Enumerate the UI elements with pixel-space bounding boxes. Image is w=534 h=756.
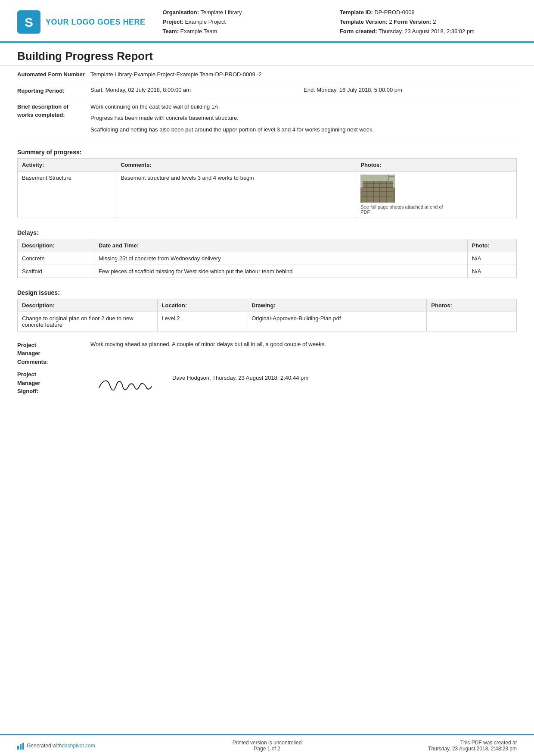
form-created-line: Form created: Thursday, 23 August 2018, … [340,27,517,36]
delays-title: Delays: [0,223,534,239]
design-location-1: Level 2 [157,312,247,331]
design-drawing-1: Original-Approved-Building-Plan.pdf [247,312,427,331]
brief-description-row: Brief description of works completed: Wo… [17,103,517,139]
delays-table-wrapper: Description: Date and Time: Photo: Concr… [0,239,534,283]
pm-section: ProjectManagerComments: Work moving ahea… [0,337,534,404]
footer-center: Printed version is uncontrolled Page 1 o… [184,740,351,752]
brief-desc-line-3: Scaffolding and netting has also been pu… [90,125,517,134]
logo-area: S YOUR LOGO GOES HERE [17,8,146,36]
org-line: Organisation: Template Library [163,8,340,17]
delay-photo-1: N/A [467,252,516,265]
dashpivot-icon [17,742,24,750]
form-number-label: Automated Form Number [17,70,90,79]
delay-datetime-2: Few pieces of scaffold missing for West … [94,265,468,278]
reporting-end: End: Monday, 16 July 2018, 5:00:00 pm [304,87,517,95]
brief-description-label: Brief description of works completed: [17,103,90,134]
reporting-period-values: Start: Monday, 02 July 2018, 8:00:00 am … [90,87,517,95]
delay-datetime-1: Missing 25t of concrete from Wednesday d… [94,252,468,265]
photo-cell: See full page photos attached at end of … [360,175,512,215]
table-row: Change to original plan on floor 2 due t… [18,312,517,331]
pm-signoff-row: ProjectManagerSignoff: Dave Hodgson, Thu… [17,370,517,396]
header-meta-right: Template ID: DP-PROD-0009 Template Versi… [340,8,517,36]
design-col-drawing: Drawing: [247,299,427,312]
delay-photo-2: N/A [467,265,516,278]
report-title: Building Progress Report [17,50,517,63]
design-issues-title: Design Issues: [0,283,534,299]
footer-right-line2: Thursday, 23 August 2018, 2:48:23 pm [350,746,517,752]
report-title-section: Building Progress Report [0,43,534,66]
delays-table: Description: Date and Time: Photo: Concr… [17,239,517,278]
design-photos-1 [427,312,517,331]
logo-icon: S [17,10,40,34]
summary-col-comments: Comments: [116,158,356,171]
delays-col-datetime: Date and Time: [94,239,468,252]
brief-desc-line-1: Work continuing on the east side wall of… [90,103,517,112]
building-photo-svg [360,175,395,203]
photo-caption: See full page photos attached at end of … [360,204,447,215]
summary-activity-cell: Basement Structure [18,171,116,218]
signoff-content: Dave Hodgson, Thursday, 23 August 2018, … [90,370,517,396]
signature-svg [90,370,159,396]
project-line: Project: Example Project [163,17,340,27]
footer-left: Generated with dashpivot.com [17,742,184,750]
design-description-1: Change to original plan on floor 2 due t… [18,312,158,331]
fields-section: Automated Form Number Template Library-E… [0,66,534,143]
summary-col-photos: Photos: [356,158,517,171]
footer-right-line1: This PDF was created at [350,740,517,746]
pm-comments-label: ProjectManagerComments: [17,341,90,366]
design-col-description: Description: [18,299,158,312]
header-meta-center: Organisation: Template Library Project: … [163,8,340,36]
summary-title: Summary of progress: [0,143,534,158]
form-number-row: Automated Form Number Template Library-E… [17,70,517,83]
pm-comments-row: ProjectManagerComments: Work moving ahea… [17,341,517,366]
summary-table: Activity: Comments: Photos: Basement Str… [17,158,517,218]
design-issues-table: Description: Location: Drawing: Photos: … [17,299,517,331]
delay-description-1: Concrete [18,252,94,265]
table-row: Concrete Missing 25t of concrete from We… [18,252,517,265]
design-col-location: Location: [157,299,247,312]
delays-col-photo: Photo: [467,239,516,252]
team-line: Team: Example Team [163,27,340,36]
template-version-line: Template Version: 2 Form Version: 2 [340,17,517,27]
summary-table-wrapper: Activity: Comments: Photos: Basement Str… [0,158,534,223]
svg-text:S: S [25,15,33,29]
summary-photos-cell: See full page photos attached at end of … [356,171,517,218]
generated-text: Generated with [27,743,62,749]
brief-description-value: Work continuing on the east side wall of… [90,103,517,134]
header: S YOUR LOGO GOES HERE Organisation: Temp… [0,0,534,43]
footer-center-line2: Page 1 of 2 [184,746,351,752]
design-col-photos: Photos: [427,299,517,312]
logo-text: YOUR LOGO GOES HERE [46,18,146,27]
footer-right: This PDF was created at Thursday, 23 Aug… [350,740,517,752]
table-row: Scaffold Few pieces of scaffold missing … [18,265,517,278]
table-row: Basement Structure Basement structure an… [18,171,517,218]
form-number-value: Template Library-Example Project-Example… [90,70,517,79]
delay-description-2: Scaffold [18,265,94,278]
delays-col-description: Description: [18,239,94,252]
summary-comments-cell: Basement structure and levels 3 and 4 wo… [116,171,356,218]
photo-thumb [360,175,395,203]
design-issues-table-wrapper: Description: Location: Drawing: Photos: … [0,299,534,337]
pm-signoff-label: ProjectManagerSignoff: [17,370,90,396]
reporting-period-row: Reporting Period: Start: Monday, 02 July… [17,87,517,99]
summary-col-activity: Activity: [18,158,116,171]
pm-comments-value: Work moving ahead as planned. A couple o… [90,341,517,366]
footer: Generated with dashpivot.com Printed ver… [0,734,534,756]
brief-desc-line-2: Progress has been made with concrete bas… [90,114,517,123]
reporting-start: Start: Monday, 02 July 2018, 8:00:00 am [90,87,304,95]
template-id-line: Template ID: DP-PROD-0009 [340,8,517,17]
pm-signoff-name: Dave Hodgson, Thursday, 23 August 2018, … [172,370,308,381]
dashpivot-link[interactable]: dashpivot.com [62,743,95,749]
reporting-period-label: Reporting Period: [17,87,90,95]
footer-center-line1: Printed version is uncontrolled [184,740,351,746]
